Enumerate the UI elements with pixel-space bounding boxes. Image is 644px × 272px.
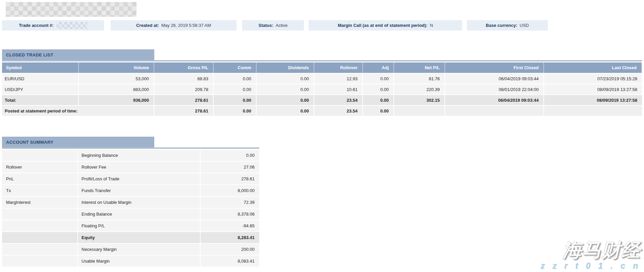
summary-label-cell: Profit/Loss of Trade <box>78 173 201 184</box>
trade-header-cell: Adj <box>363 62 394 73</box>
trade-header-cell: Comm <box>214 62 257 73</box>
summary-code-cell <box>2 232 78 243</box>
summary-code-cell: PnL <box>2 173 78 184</box>
summary-row: RolloverRollover Fee27.06 <box>2 162 259 173</box>
summary-row: MargInterestInterest on Usable Margin72.… <box>2 197 259 208</box>
trade-posted-cell: 23.54 <box>314 106 363 116</box>
redacted-page-title <box>6 2 137 17</box>
trade-cell: USD/JPY <box>2 84 79 94</box>
account-info-bar: Trade account #: Created at: May 26, 201… <box>2 20 548 31</box>
trade-cell: 06/04/2019 09:03:44 <box>445 74 544 84</box>
trade-cell: 0.00 <box>363 74 394 84</box>
trade-posted-cell <box>445 106 544 116</box>
summary-label-cell: Equity <box>78 232 201 243</box>
summary-value-cell: 27.06 <box>201 162 259 173</box>
base-currency-value: USD <box>520 23 529 28</box>
trade-cell: 0.00 <box>257 84 314 94</box>
closed-trade-list-header: CLOSED TRADE LIST <box>2 49 154 60</box>
trade-cell: 53,000 <box>79 74 154 84</box>
summary-code-cell: MargInterest <box>2 197 78 208</box>
trade-total-cell: 302.15 <box>394 95 445 105</box>
account-summary-header: ACCOUNT SUMMARY <box>2 137 154 147</box>
account-summary-table: Beginning Balance0.00RolloverRollover Fe… <box>2 150 259 267</box>
created-at-value: May 26, 2019 5:56:37 AM <box>161 23 211 28</box>
closed-trade-list-title: CLOSED TRADE LIST <box>6 52 53 57</box>
status-value: Active <box>276 23 287 28</box>
summary-row: Floating P/L-94.65 <box>2 220 259 231</box>
trade-total-cell: Total: <box>2 95 79 105</box>
trade-cell: 0.00 <box>214 74 257 84</box>
summary-row: Beginning Balance0.00 <box>2 150 259 161</box>
trade-posted-cell: 0.00 <box>257 106 314 116</box>
closed-trade-list-rule <box>2 60 642 61</box>
summary-code-cell <box>2 209 78 220</box>
summary-row: TxFunds Transfer8,000.00 <box>2 185 259 196</box>
trade-cell: 0.00 <box>214 84 257 94</box>
trade-cell: EUR/USD <box>2 74 79 84</box>
trade-cell: 883,000 <box>79 84 154 94</box>
summary-label-cell: Ending Balance <box>78 209 201 220</box>
trade-header-cell: Last Closed <box>544 62 642 73</box>
redacted-account-number <box>56 22 87 29</box>
trade-cell: 12.93 <box>314 74 363 84</box>
info-trade-account: Trade account #: <box>2 20 104 31</box>
summary-label-cell: Interest on Usable Margin <box>78 197 201 208</box>
trade-header-cell: Rollover <box>314 62 363 73</box>
watermark-site-text: z z r t 0 1 . c n <box>540 261 641 271</box>
summary-value-cell: 8,283.41 <box>201 232 259 243</box>
summary-value-cell: 8,000.00 <box>201 185 259 196</box>
watermark: 海马财经 z z r t 0 1 . c n <box>540 240 641 271</box>
summary-value-cell: 278.61 <box>201 173 259 184</box>
trade-table-row: EUR/USD53,00068.830.000.0012.930.0081.76… <box>2 74 642 84</box>
trade-posted-cell <box>544 106 642 116</box>
trade-cell: 68.83 <box>154 74 214 84</box>
created-at-label: Created at: <box>136 23 159 28</box>
trade-posted-cell: 0.00 <box>214 106 257 116</box>
trade-header-cell: Gross P/L <box>154 62 214 73</box>
summary-value-cell: 8,083.41 <box>201 256 259 267</box>
summary-code-cell <box>2 150 78 161</box>
summary-value-cell: 72.39 <box>201 197 259 208</box>
trade-cell: 08/01/2019 22:04:00 <box>445 84 544 94</box>
trade-cell: 0.00 <box>363 84 394 94</box>
trade-cell: 220.39 <box>394 84 445 94</box>
trade-table-row: USD/JPY883,000209.780.000.0010.610.00220… <box>2 84 642 94</box>
summary-row: Equity8,283.41 <box>2 232 259 243</box>
trade-posted-cell: 0.00 <box>363 106 394 116</box>
summary-label-cell: Floating P/L <box>78 220 201 231</box>
account-summary-title: ACCOUNT SUMMARY <box>6 140 53 145</box>
summary-label-cell: Beginning Balance <box>78 150 201 161</box>
status-label: Status: <box>259 23 273 28</box>
trade-total-cell: 936,000 <box>79 95 154 105</box>
trade-cell: 10.61 <box>314 84 363 94</box>
trade-header-cell: Dividends <box>257 62 314 73</box>
trade-header-cell: Volume <box>79 62 154 73</box>
trade-total-cell: 0.00 <box>214 95 257 105</box>
margin-call-label: Margin Call (as at end of statement peri… <box>338 23 427 28</box>
info-created-at: Created at: May 26, 2019 5:56:37 AM <box>111 20 236 31</box>
watermark-brand-text: 海马财经 <box>540 240 641 260</box>
summary-value-cell: -94.65 <box>201 220 259 231</box>
summary-row: Ending Balance8,378.06 <box>2 209 259 220</box>
trade-account-label: Trade account #: <box>19 23 53 28</box>
trade-cell: 209.78 <box>154 84 214 94</box>
margin-call-value: N <box>430 23 433 28</box>
trade-posted-cell <box>394 106 445 116</box>
trade-cell: 07/23/2019 05:15:28 <box>544 74 642 84</box>
summary-row: Necessary Margin200.00 <box>2 244 259 255</box>
trade-table-header-row: SymbolVolumeGross P/LCommDividendsRollov… <box>2 62 642 73</box>
summary-label-cell: Funds Transfer <box>78 185 201 196</box>
summary-code-cell <box>2 244 78 255</box>
trade-total-cell: 0.00 <box>257 95 314 105</box>
trade-total-cell: 08/09/2019 13:27:58 <box>544 95 642 105</box>
info-margin-call: Margin Call (as at end of statement peri… <box>309 20 462 31</box>
summary-value-cell: 200.00 <box>201 244 259 255</box>
summary-value-cell: 0.00 <box>201 150 259 161</box>
trade-cell: 08/09/2019 13:27:58 <box>544 84 642 94</box>
summary-label-cell: Necessary Margin <box>78 244 201 255</box>
summary-value-cell: 8,378.06 <box>201 209 259 220</box>
trade-total-cell: 278.61 <box>154 95 214 105</box>
summary-code-cell <box>2 256 78 267</box>
trade-total-cell: 06/04/2019 09:03:44 <box>445 95 544 105</box>
trade-header-cell: First Closed <box>445 62 544 73</box>
